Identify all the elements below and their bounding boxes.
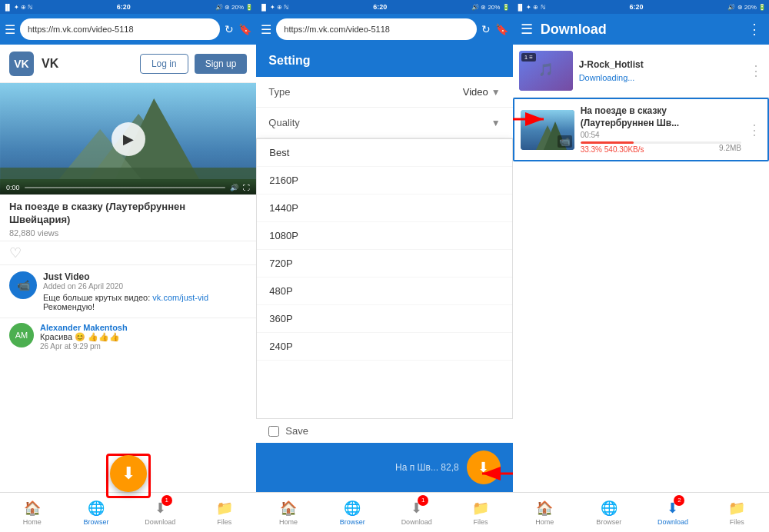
files-label-3: Files xyxy=(730,518,744,526)
url-box-2[interactable]: https://m.vk.com/video-5118 xyxy=(276,18,476,40)
menu-icon-2[interactable]: ☰ xyxy=(261,22,271,37)
dl-more-2[interactable]: ⋮ xyxy=(747,121,761,138)
setting-type-row: Type Video ▼ xyxy=(256,77,512,108)
menu-icon-1[interactable]: ☰ xyxy=(5,22,15,37)
download-header-3: ☰ Download ⋮ xyxy=(513,14,769,45)
post-content-1: Just Video Added on 26 April 2020 Еще бо… xyxy=(43,271,247,311)
svg-text:🎵: 🎵 xyxy=(538,62,554,77)
comment-time-1: 26 Apr at 9:29 pm xyxy=(40,342,128,351)
quality-720p[interactable]: 720P xyxy=(257,250,511,278)
progress-bar-1[interactable] xyxy=(25,187,226,188)
panel-1: ▐▌ ✦ ⊕ ℕ 6:20 🔊 ⊛ 20% 🔋 ☰ https://m.vk.c… xyxy=(0,0,256,532)
fullscreen-icon-1[interactable]: ⛶ xyxy=(243,184,250,191)
quality-best[interactable]: Best xyxy=(257,139,511,167)
vk-buttons-1: Log in Sign up xyxy=(140,54,247,74)
video-time-1: 0:00 xyxy=(6,184,20,191)
panel-1-content: ▐▌ ✦ ⊕ ℕ 6:20 🔊 ⊛ 20% 🔋 ☰ https://m.vk.c… xyxy=(0,0,256,532)
post-date-1: Added on 26 April 2020 xyxy=(43,282,247,291)
dl-thumb-1: 🎵 1 ≡ xyxy=(519,51,573,91)
bookmark-icon-1[interactable]: 🔖 xyxy=(238,23,251,35)
setting-dialog: Setting Type Video ▼ Quality ▼ xyxy=(256,45,512,443)
video-thumb-1[interactable]: ▶ 0:00 🔊 ⛶ xyxy=(0,83,256,195)
ok-button[interactable]: ⬇ xyxy=(467,451,501,484)
quality-480p[interactable]: 480P xyxy=(257,278,511,305)
dl-duration-2: 00:54 xyxy=(581,131,741,139)
bottom-nav-3: 🏠 Home 🌐 Browser ⬇ 2 Download 📁 Files xyxy=(513,492,769,532)
download-label-1: Download xyxy=(145,518,175,526)
more-icon-3[interactable]: ⋮ xyxy=(747,21,761,38)
home-label-3: Home xyxy=(535,518,554,526)
menu-icon-3[interactable]: ☰ xyxy=(521,21,533,38)
setting-bottom-bar: На п Шв... 82,8 ⬇ xyxy=(256,443,512,492)
files-icon-1: 📁 xyxy=(216,500,233,517)
files-icon-2: 📁 xyxy=(472,500,489,517)
type-dropdown-arrow[interactable]: ▼ xyxy=(491,87,501,98)
heart-icon-1[interactable]: ♡ xyxy=(9,245,22,261)
home-icon-2: 🏠 xyxy=(280,500,297,517)
refresh-icon-1[interactable]: ↻ xyxy=(225,23,234,35)
quality-value: ▼ xyxy=(491,118,501,128)
nav-browser-3[interactable]: 🌐 Browser xyxy=(577,493,641,532)
signal-icons-3: ▐▌ ✦ ⊕ ℕ xyxy=(516,4,545,11)
panel-3-content: ▐▌ ✦ ⊕ ℕ 6:20 🔊 ⊛ 20% 🔋 ☰ Download ⋮ xyxy=(513,0,769,532)
url-text-1: https://m.vk.com/video-5118 xyxy=(28,25,134,34)
download-badge-1: 1 xyxy=(161,495,172,506)
dl-info-1: J-Rock_Hotlist Downloading... xyxy=(579,59,743,82)
quality-360p[interactable]: 360P xyxy=(257,305,511,333)
post-link-1[interactable]: vk.com/just-vid xyxy=(152,293,208,302)
nav-download-2[interactable]: ⬇ 1 Download xyxy=(384,493,448,532)
post-text-1: Еще больше крутых видео: vk.com/just-vid… xyxy=(43,293,247,311)
status-bar-3: ▐▌ ✦ ⊕ ℕ 6:20 🔊 ⊛ 20% 🔋 xyxy=(513,0,769,14)
nav-browser-1[interactable]: 🌐 Browser xyxy=(64,493,128,532)
nav-home-1[interactable]: 🏠 Home xyxy=(0,493,64,532)
browser-label-1: Browser xyxy=(83,518,108,526)
save-checkbox[interactable] xyxy=(268,426,279,437)
files-label-2: Files xyxy=(473,518,488,526)
dl-more-1[interactable]: ⋮ xyxy=(749,62,763,79)
signup-button-1[interactable]: Sign up xyxy=(195,54,248,74)
download-fab-1[interactable]: ⬇ xyxy=(110,455,147,492)
video-info-1: На поезде в сказку (Лаутербруннен Швейца… xyxy=(0,195,256,241)
nav-home-3[interactable]: 🏠 Home xyxy=(513,493,577,532)
quality-1440p[interactable]: 1440P xyxy=(257,195,511,222)
dl-stats-2: 33.3% 540.30KB/s 9.2MB xyxy=(581,144,741,154)
download-label-3: Download xyxy=(657,518,688,526)
bookmark-icon-2[interactable]: 🔖 xyxy=(495,23,508,35)
url-box-1[interactable]: https://m.vk.com/video-5118 xyxy=(20,18,220,40)
save-label: Save xyxy=(285,425,308,437)
time-3: 6:20 xyxy=(629,3,643,11)
setting-header: Setting xyxy=(256,45,512,77)
home-label-1: Home xyxy=(23,518,42,526)
dl-thumb-2: 📹 xyxy=(521,110,574,150)
comment-author-1: Alexander Makentosh xyxy=(40,323,128,332)
comment-content-1: Alexander Makentosh Красива 😊 👍👍👍 26 Apr… xyxy=(40,323,128,351)
nav-files-3[interactable]: 📁 Files xyxy=(705,493,769,532)
quality-2160p[interactable]: 2160P xyxy=(257,167,511,195)
signal-icons-2: ▐▌ ✦ ⊕ ℕ xyxy=(259,4,288,11)
quality-dropdown-arrow[interactable]: ▼ xyxy=(491,118,501,128)
nav-files-1[interactable]: 📁 Files xyxy=(192,493,256,532)
url-text-2: https://m.vk.com/video-5118 xyxy=(284,25,390,34)
play-button-1[interactable]: ▶ xyxy=(112,122,145,156)
signal-icons-1: ▐▌ ✦ ⊕ ℕ xyxy=(3,4,32,11)
browser-label-3: Browser xyxy=(596,518,621,526)
video-title-1: На поезде в сказку (Лаутербруннен Швейца… xyxy=(9,201,247,227)
dl-status-1: Downloading... xyxy=(579,73,743,82)
nav-download-1[interactable]: ⬇ 1 Download xyxy=(128,493,192,532)
browser-label-2: Browser xyxy=(340,518,365,526)
quality-1080p[interactable]: 1080P xyxy=(257,222,511,250)
home-icon-1: 🏠 xyxy=(24,500,41,517)
nav-download-3[interactable]: ⬇ 2 Download xyxy=(641,493,704,532)
login-button-1[interactable]: Log in xyxy=(140,54,188,74)
nav-files-2[interactable]: 📁 Files xyxy=(448,493,512,532)
battery-3: 🔊 ⊛ 20% 🔋 xyxy=(727,4,766,11)
volume-icon-1[interactable]: 🔊 xyxy=(230,184,238,191)
home-icon-3: 🏠 xyxy=(536,500,553,517)
bottom-nav-2: 🏠 Home 🌐 Browser ⬇ 1 Download 📁 Files xyxy=(256,492,512,532)
setting-quality-row[interactable]: Quality ▼ xyxy=(256,108,512,138)
vk-logo-1: VK xyxy=(9,52,34,76)
refresh-icon-2[interactable]: ↻ xyxy=(481,23,491,35)
quality-240p[interactable]: 240P xyxy=(257,333,511,361)
nav-browser-2[interactable]: 🌐 Browser xyxy=(321,493,384,532)
nav-home-2[interactable]: 🏠 Home xyxy=(256,493,320,532)
